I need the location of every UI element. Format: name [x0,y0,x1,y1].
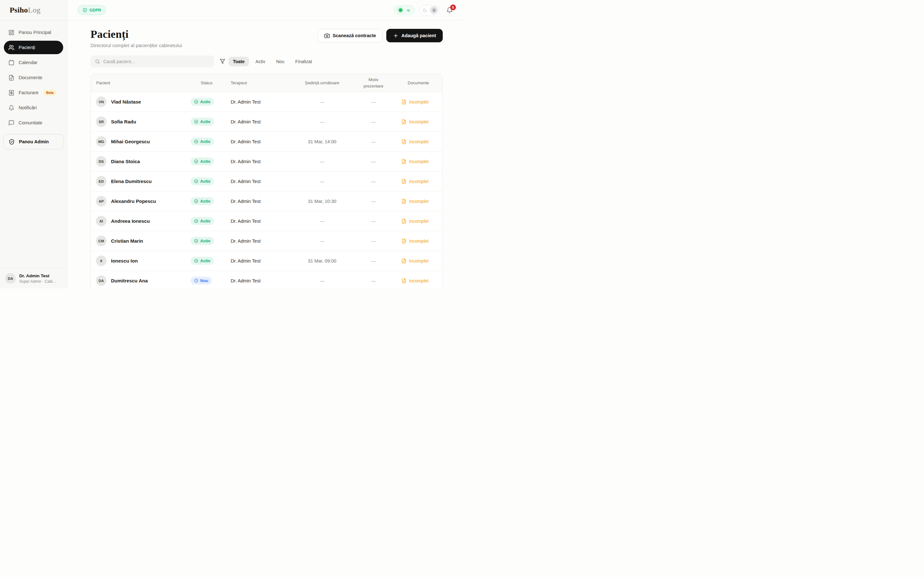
filter-funnel-icon[interactable] [220,59,225,64]
therapist-cell: Dr. Admin Test [223,199,292,204]
sidebar-item-documente[interactable]: Documente [4,71,63,84]
documents-link[interactable]: Incomplet [394,139,443,144]
patient-avatar: II [96,255,107,266]
status-badge: Activ [191,157,214,165]
therapist-cell: Dr. Admin Test [223,278,292,284]
file-x-icon [401,159,407,164]
next-session-cell: 31 Mar, 09:00 [292,258,352,263]
patient-name: Alexandru Popescu [111,198,156,204]
patient-avatar: AP [96,196,107,206]
table-row[interactable]: ED Elena Dumitrescu Activ Dr. Admin Test… [91,171,443,191]
status-label: Activ [200,179,210,184]
plus-icon [393,33,399,39]
gdpr-badge: GDPR [78,5,106,15]
page-subtitle: Directorul complet al pacienților cabine… [90,43,182,48]
documents-link[interactable]: Incomplet [394,239,443,243]
patient-name: Mihai Georgescu [111,139,150,144]
table-body: VN Vlad Năstase Activ Dr. Admin Test — —… [91,92,443,288]
check-circle-icon [194,119,198,124]
tab-nou[interactable]: Nou [272,57,289,66]
table-header-row: Pacient Status Terapeut Ședință următoar… [91,74,443,92]
column-header-motiv: Motiv prezentare [352,74,394,92]
next-session-cell: — [292,239,352,243]
reason-cell: — [352,278,394,284]
reason-cell: — [352,219,394,224]
chat-icon [8,120,15,126]
receipt-icon [8,90,15,96]
table-row[interactable]: VN Vlad Năstase Activ Dr. Admin Test — —… [91,92,443,112]
moon-icon[interactable] [421,6,429,14]
reason-cell: — [352,199,394,204]
user-role: Super Admin · Cabinet... [19,279,57,284]
check-circle-icon [194,159,198,163]
table-row[interactable]: MG Mihai Georgescu Activ Dr. Admin Test … [91,132,443,152]
patient-name: Sofia Radu [111,119,136,124]
sidebar-item-facturare[interactable]: Facturare Beta [4,86,63,99]
next-session-cell: — [292,278,352,284]
file-x-icon [401,239,407,243]
documents-link[interactable]: Incomplet [394,258,443,263]
status-label: Activ [200,99,210,104]
sun-icon[interactable] [430,6,438,14]
therapist-cell: Dr. Admin Test [223,159,292,164]
table-row[interactable]: II Ionescu Ion Activ Dr. Admin Test 31 M… [91,251,443,271]
tab-activ[interactable]: Activ [251,57,270,66]
check-circle-icon [194,259,198,263]
column-header-documente: Documente [394,78,443,88]
patient-name: Elena Dumitrescu [111,179,152,184]
online-dot [397,7,404,13]
check-circle-icon [194,139,198,143]
sidebar-item-panou-principal[interactable]: Panou Principal [4,26,63,39]
sidebar-item-label: Facturare [19,90,39,95]
documents-label: Incomplet [409,179,429,184]
file-x-icon [401,119,407,124]
column-header-sedinta: Ședință următoare [292,78,352,88]
check-circle-icon [194,179,198,183]
add-patient-button[interactable]: Adaugă pacient [386,29,443,42]
tab-toate[interactable]: Toate [228,57,249,66]
documents-link[interactable]: Incomplet [394,99,443,105]
search-input[interactable] [103,59,210,64]
sidebar-item-calendar[interactable]: Calendar [4,56,63,69]
check-circle-icon [194,100,198,104]
status-badge: Activ [191,257,214,265]
documents-link[interactable]: Incomplet [394,159,443,164]
notification-count-badge: 5 [450,5,456,10]
sidebar-item-comunitate[interactable]: Comunitate [4,116,63,129]
table-row[interactable]: DS Diana Stoica Activ Dr. Admin Test — —… [91,152,443,171]
documents-label: Incomplet [409,159,429,164]
scan-contracts-button[interactable]: Scanează contracte [318,29,383,42]
documents-link[interactable]: Incomplet [394,278,443,284]
sidebar-user-card[interactable]: DA Dr. Admin Test Super Admin · Cabinet.… [0,268,67,288]
patient-avatar: DA [96,276,107,286]
camera-icon [325,33,330,39]
status-badge: Activ [191,98,214,106]
status-label: Nou [200,278,208,283]
reason-cell: — [352,99,394,105]
table-row[interactable]: DA Dumitrescu Ana Nou Dr. Admin Test — —… [91,271,443,288]
sidebar-item-pacienti[interactable]: Pacienți [4,41,63,54]
admin-item-label: Panou Admin [19,139,49,144]
therapist-cell: Dr. Admin Test [223,99,292,105]
therapist-cell: Dr. Admin Test [223,119,292,124]
logo: PsihoLog [0,0,67,21]
table-row[interactable]: AI Andreea Ionescu Activ Dr. Admin Test … [91,211,443,231]
file-x-icon [401,258,407,263]
theme-toggle[interactable] [419,5,440,15]
table-row[interactable]: CM Cristian Marin Activ Dr. Admin Test —… [91,231,443,251]
documents-link[interactable]: Incomplet [394,119,443,124]
table-row[interactable]: SR Sofia Radu Activ Dr. Admin Test — — I… [91,112,443,132]
notifications-button[interactable]: 5 [446,7,453,13]
therapist-cell: Dr. Admin Test [223,219,292,224]
documents-link[interactable]: Incomplet [394,219,443,224]
documents-link[interactable]: Incomplet [394,179,443,184]
table-row[interactable]: AP Alexandru Popescu Activ Dr. Admin Tes… [91,191,443,211]
status-label: Activ [200,219,210,223]
sidebar-item-notificari[interactable]: Notificări [4,101,63,114]
app-window: PsihoLog Panou Principal Pacienți Calend… [0,0,462,288]
calendar-icon [8,60,15,66]
logo-light: Log [28,6,40,14]
sidebar-item-panou-admin[interactable]: Panou Admin [3,134,64,149]
documents-link[interactable]: Incomplet [394,199,443,204]
tab-finalizat[interactable]: Finalizat [291,57,317,66]
